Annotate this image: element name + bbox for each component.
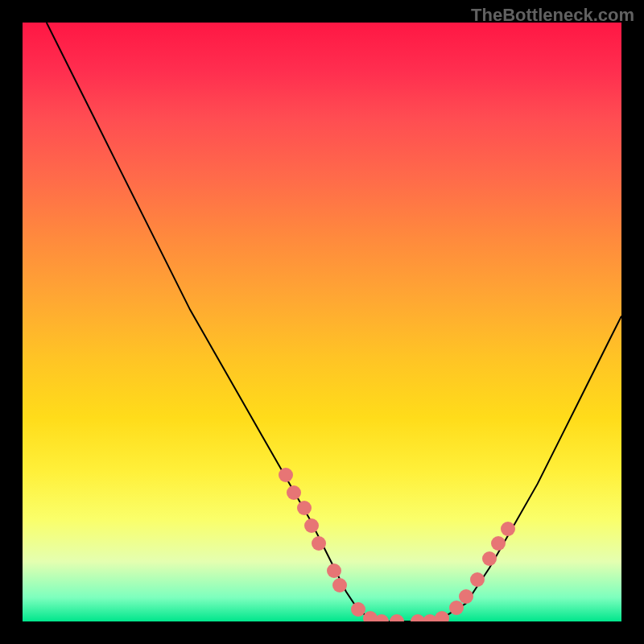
data-point-dot bbox=[332, 578, 347, 592]
data-point-dot bbox=[501, 522, 515, 536]
chart-frame: TheBottleneck.com bbox=[0, 0, 644, 644]
data-point-dot bbox=[327, 564, 341, 578]
data-point-dot bbox=[304, 518, 319, 533]
dots-layer bbox=[23, 23, 621, 621]
data-point-dot bbox=[287, 485, 301, 500]
data-point-dot bbox=[491, 536, 506, 551]
data-point-dot bbox=[390, 614, 404, 621]
data-point-dot bbox=[435, 611, 449, 621]
data-point-dot bbox=[312, 536, 326, 551]
data-point-dot bbox=[482, 551, 497, 566]
data-point-dot bbox=[279, 468, 293, 482]
data-point-dot bbox=[374, 614, 389, 621]
data-point-dot bbox=[297, 501, 312, 515]
data-point-dot bbox=[470, 572, 485, 587]
plot-area bbox=[23, 23, 621, 621]
data-point-dot bbox=[459, 589, 473, 604]
